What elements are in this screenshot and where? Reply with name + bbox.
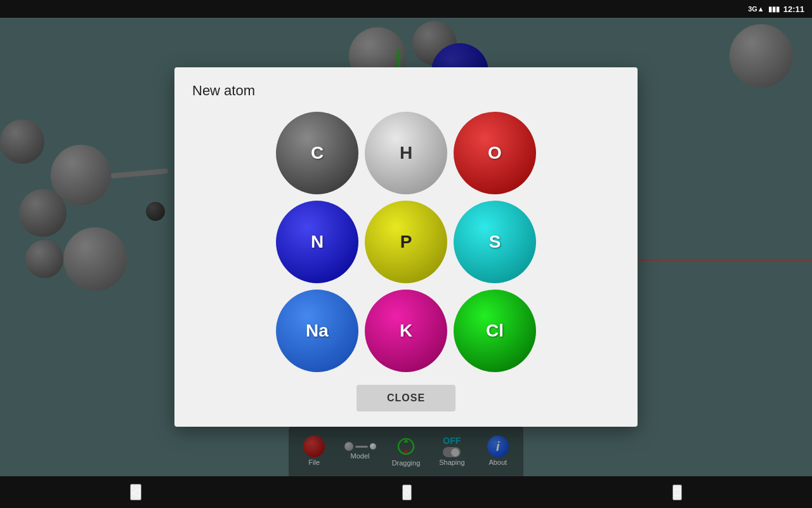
- atom-button-S[interactable]: S: [454, 201, 536, 283]
- nav-back-button[interactable]: ◁: [130, 484, 141, 500]
- atom-button-P[interactable]: P: [365, 201, 447, 283]
- clock: 12:11: [783, 4, 804, 14]
- status-bar: 3G▲ ▮▮▮ 12:11: [0, 0, 812, 18]
- atom-button-Cl[interactable]: Cl: [454, 290, 536, 372]
- battery-icon: ▮▮▮: [768, 5, 780, 13]
- new-atom-dialog: New atom C H O N P S Na K Cl CLOSE: [174, 67, 638, 427]
- atom-button-O[interactable]: O: [454, 112, 536, 194]
- signal-icon: 3G▲: [748, 5, 764, 13]
- atom-grid: C H O N P S Na K Cl: [192, 112, 620, 372]
- atom-button-N[interactable]: N: [276, 201, 358, 283]
- dialog-overlay: New atom C H O N P S Na K Cl CLOSE: [0, 18, 812, 476]
- atom-button-K[interactable]: K: [365, 290, 447, 372]
- dialog-title: New atom: [192, 83, 620, 99]
- atom-button-C[interactable]: C: [276, 112, 358, 194]
- nav-recent-button[interactable]: □: [672, 485, 682, 500]
- atom-button-H[interactable]: H: [365, 112, 447, 194]
- atom-button-Na[interactable]: Na: [276, 290, 358, 372]
- close-button[interactable]: CLOSE: [357, 385, 455, 411]
- nav-home-button[interactable]: ○: [402, 485, 412, 500]
- nav-bar: ◁ ○ □: [0, 476, 812, 508]
